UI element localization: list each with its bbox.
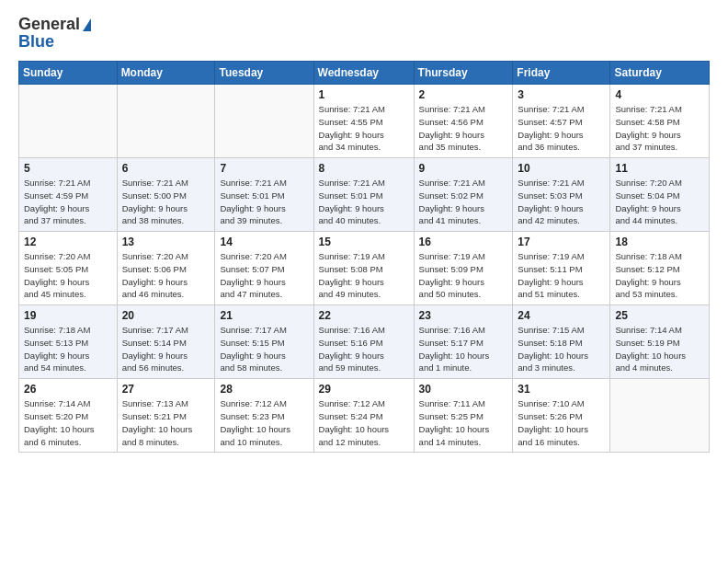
- day-info: Sunrise: 7:21 AM Sunset: 4:59 PM Dayligh…: [24, 177, 112, 227]
- calendar-week-row: 26Sunrise: 7:14 AM Sunset: 5:20 PM Dayli…: [19, 379, 710, 453]
- weekday-header-row: SundayMondayTuesdayWednesdayThursdayFrid…: [19, 62, 710, 85]
- day-info: Sunrise: 7:10 AM Sunset: 5:26 PM Dayligh…: [518, 397, 605, 448]
- day-number: 26: [24, 383, 112, 396]
- calendar-week-row: 19Sunrise: 7:18 AM Sunset: 5:13 PM Dayli…: [19, 305, 710, 379]
- calendar-week-row: 12Sunrise: 7:20 AM Sunset: 5:05 PM Dayli…: [19, 232, 710, 305]
- day-number: 16: [419, 236, 508, 248]
- day-info: Sunrise: 7:18 AM Sunset: 5:13 PM Dayligh…: [24, 324, 112, 374]
- day-number: 30: [419, 383, 508, 396]
- day-number: 24: [518, 309, 605, 322]
- day-number: 8: [319, 162, 409, 175]
- day-number: 20: [122, 309, 210, 322]
- day-info: Sunrise: 7:21 AM Sunset: 4:58 PM Dayligh…: [615, 103, 704, 154]
- day-info: Sunrise: 7:21 AM Sunset: 5:00 PM Dayligh…: [122, 177, 210, 227]
- weekday-header-friday: Friday: [513, 62, 610, 85]
- day-number: 27: [122, 383, 210, 396]
- day-info: Sunrise: 7:21 AM Sunset: 4:55 PM Dayligh…: [319, 103, 409, 154]
- calendar-day-26: 26Sunrise: 7:14 AM Sunset: 5:20 PM Dayli…: [19, 379, 118, 453]
- calendar-day-12: 12Sunrise: 7:20 AM Sunset: 5:05 PM Dayli…: [19, 232, 118, 305]
- calendar-day-28: 28Sunrise: 7:12 AM Sunset: 5:23 PM Dayli…: [215, 379, 313, 453]
- day-info: Sunrise: 7:20 AM Sunset: 5:06 PM Dayligh…: [122, 250, 210, 301]
- calendar-day-14: 14Sunrise: 7:20 AM Sunset: 5:07 PM Dayli…: [215, 232, 313, 305]
- calendar-day-10: 10Sunrise: 7:21 AM Sunset: 5:03 PM Dayli…: [513, 158, 610, 232]
- calendar-empty-cell: [117, 85, 215, 158]
- day-number: 21: [220, 309, 308, 322]
- page: General Blue SundayMondayTuesdayWednesda…: [0, 0, 728, 471]
- calendar-day-19: 19Sunrise: 7:18 AM Sunset: 5:13 PM Dayli…: [19, 305, 118, 379]
- day-number: 31: [518, 383, 605, 396]
- day-info: Sunrise: 7:16 AM Sunset: 5:16 PM Dayligh…: [319, 324, 409, 374]
- calendar-day-1: 1Sunrise: 7:21 AM Sunset: 4:55 PM Daylig…: [313, 85, 414, 158]
- calendar-day-21: 21Sunrise: 7:17 AM Sunset: 5:15 PM Dayli…: [215, 305, 313, 379]
- day-number: 2: [419, 88, 508, 101]
- calendar-day-15: 15Sunrise: 7:19 AM Sunset: 5:08 PM Dayli…: [313, 232, 414, 305]
- day-number: 22: [319, 309, 409, 322]
- calendar-day-13: 13Sunrise: 7:20 AM Sunset: 5:06 PM Dayli…: [117, 232, 215, 305]
- calendar-day-7: 7Sunrise: 7:21 AM Sunset: 5:01 PM Daylig…: [215, 158, 313, 232]
- day-info: Sunrise: 7:14 AM Sunset: 5:19 PM Dayligh…: [615, 324, 704, 374]
- day-info: Sunrise: 7:19 AM Sunset: 5:09 PM Dayligh…: [419, 250, 508, 301]
- day-info: Sunrise: 7:12 AM Sunset: 5:24 PM Dayligh…: [319, 397, 409, 448]
- logo: General Blue: [18, 15, 91, 52]
- weekday-header-wednesday: Wednesday: [313, 62, 414, 85]
- day-number: 13: [122, 236, 210, 248]
- day-number: 23: [419, 309, 508, 322]
- calendar-day-2: 2Sunrise: 7:21 AM Sunset: 4:56 PM Daylig…: [414, 85, 513, 158]
- day-number: 11: [615, 162, 704, 175]
- calendar-empty-cell: [610, 379, 710, 453]
- day-number: 9: [419, 162, 508, 175]
- calendar-day-16: 16Sunrise: 7:19 AM Sunset: 5:09 PM Dayli…: [414, 232, 513, 305]
- calendar-day-30: 30Sunrise: 7:11 AM Sunset: 5:25 PM Dayli…: [414, 379, 513, 453]
- day-number: 18: [615, 236, 704, 248]
- day-info: Sunrise: 7:12 AM Sunset: 5:23 PM Dayligh…: [220, 397, 308, 448]
- day-info: Sunrise: 7:20 AM Sunset: 5:04 PM Dayligh…: [615, 177, 704, 227]
- calendar-day-25: 25Sunrise: 7:14 AM Sunset: 5:19 PM Dayli…: [610, 305, 710, 379]
- day-number: 28: [220, 383, 308, 396]
- calendar-week-row: 5Sunrise: 7:21 AM Sunset: 4:59 PM Daylig…: [19, 158, 710, 232]
- calendar-week-row: 1Sunrise: 7:21 AM Sunset: 4:55 PM Daylig…: [19, 85, 710, 158]
- day-number: 17: [518, 236, 605, 248]
- calendar-table: SundayMondayTuesdayWednesdayThursdayFrid…: [18, 61, 710, 453]
- calendar-day-6: 6Sunrise: 7:21 AM Sunset: 5:00 PM Daylig…: [117, 158, 215, 232]
- calendar-day-24: 24Sunrise: 7:15 AM Sunset: 5:18 PM Dayli…: [513, 305, 610, 379]
- day-info: Sunrise: 7:15 AM Sunset: 5:18 PM Dayligh…: [518, 324, 605, 374]
- day-number: 15: [319, 236, 409, 248]
- weekday-header-thursday: Thursday: [414, 62, 513, 85]
- day-number: 12: [24, 236, 112, 248]
- day-info: Sunrise: 7:21 AM Sunset: 5:02 PM Dayligh…: [419, 177, 508, 227]
- day-number: 29: [319, 383, 409, 396]
- day-info: Sunrise: 7:20 AM Sunset: 5:07 PM Dayligh…: [220, 250, 308, 301]
- day-info: Sunrise: 7:18 AM Sunset: 5:12 PM Dayligh…: [615, 250, 704, 301]
- day-info: Sunrise: 7:21 AM Sunset: 4:56 PM Dayligh…: [419, 103, 508, 154]
- calendar-day-3: 3Sunrise: 7:21 AM Sunset: 4:57 PM Daylig…: [513, 85, 610, 158]
- header: General Blue: [18, 15, 710, 52]
- day-info: Sunrise: 7:21 AM Sunset: 5:01 PM Dayligh…: [220, 177, 308, 227]
- calendar-day-8: 8Sunrise: 7:21 AM Sunset: 5:01 PM Daylig…: [313, 158, 414, 232]
- calendar-day-4: 4Sunrise: 7:21 AM Sunset: 4:58 PM Daylig…: [610, 85, 710, 158]
- logo-blue-text: Blue: [18, 32, 54, 52]
- calendar-day-20: 20Sunrise: 7:17 AM Sunset: 5:14 PM Dayli…: [117, 305, 215, 379]
- calendar-day-11: 11Sunrise: 7:20 AM Sunset: 5:04 PM Dayli…: [610, 158, 710, 232]
- calendar-day-29: 29Sunrise: 7:12 AM Sunset: 5:24 PM Dayli…: [313, 379, 414, 453]
- day-info: Sunrise: 7:21 AM Sunset: 5:03 PM Dayligh…: [518, 177, 605, 227]
- calendar-day-27: 27Sunrise: 7:13 AM Sunset: 5:21 PM Dayli…: [117, 379, 215, 453]
- calendar-day-23: 23Sunrise: 7:16 AM Sunset: 5:17 PM Dayli…: [414, 305, 513, 379]
- day-info: Sunrise: 7:14 AM Sunset: 5:20 PM Dayligh…: [24, 397, 112, 448]
- weekday-header-saturday: Saturday: [610, 62, 710, 85]
- day-info: Sunrise: 7:17 AM Sunset: 5:15 PM Dayligh…: [220, 324, 308, 374]
- calendar-day-18: 18Sunrise: 7:18 AM Sunset: 5:12 PM Dayli…: [610, 232, 710, 305]
- day-info: Sunrise: 7:21 AM Sunset: 4:57 PM Dayligh…: [518, 103, 605, 154]
- calendar-empty-cell: [19, 85, 118, 158]
- day-info: Sunrise: 7:19 AM Sunset: 5:08 PM Dayligh…: [319, 250, 409, 301]
- calendar-day-22: 22Sunrise: 7:16 AM Sunset: 5:16 PM Dayli…: [313, 305, 414, 379]
- day-info: Sunrise: 7:17 AM Sunset: 5:14 PM Dayligh…: [122, 324, 210, 374]
- logo-triangle-icon: [83, 18, 91, 31]
- day-number: 14: [220, 236, 308, 248]
- day-number: 5: [24, 162, 112, 175]
- day-number: 10: [518, 162, 605, 175]
- day-info: Sunrise: 7:11 AM Sunset: 5:25 PM Dayligh…: [419, 397, 508, 448]
- weekday-header-sunday: Sunday: [19, 62, 118, 85]
- calendar-day-17: 17Sunrise: 7:19 AM Sunset: 5:11 PM Dayli…: [513, 232, 610, 305]
- day-number: 6: [122, 162, 210, 175]
- day-number: 4: [615, 88, 704, 101]
